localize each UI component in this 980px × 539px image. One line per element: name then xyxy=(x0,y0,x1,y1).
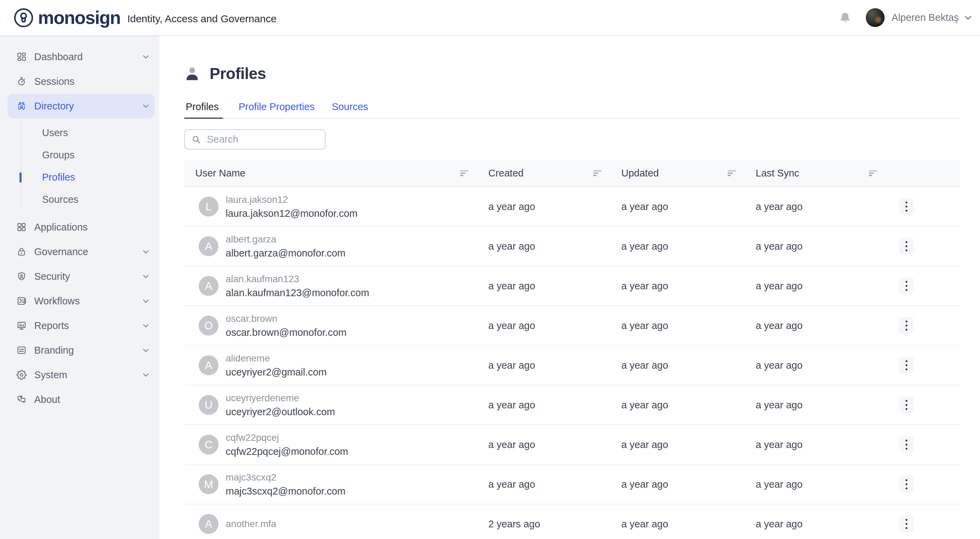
updated-cell: a year ago xyxy=(621,280,756,292)
sort-icon[interactable] xyxy=(460,168,469,179)
email-text: oscar.brown@monofor.com xyxy=(226,326,346,339)
actions-cell xyxy=(897,317,960,334)
sidebar-item-workflows[interactable]: Workflows xyxy=(8,289,154,313)
email-text: laura.jakson12@monofor.com xyxy=(226,207,358,220)
app-tagline: Identity, Access and Governance xyxy=(127,13,276,25)
profiles-table: User NameCreatedUpdatedLast Sync Llaura.… xyxy=(184,160,960,539)
tab-profiles[interactable]: Profiles xyxy=(184,95,223,118)
last-sync-cell: a year ago xyxy=(756,399,897,411)
table-header: User NameCreatedUpdatedLast Sync xyxy=(184,160,960,187)
sidebar-item-applications[interactable]: Applications xyxy=(8,215,154,239)
user-cell: Mmajc3scxq2majc3scxq2@monofor.com xyxy=(184,471,488,498)
dashboard-grid-icon xyxy=(16,52,27,62)
people-icon xyxy=(16,101,27,111)
stopwatch-icon xyxy=(16,76,27,86)
chevron-down-icon xyxy=(141,247,150,256)
sidebar-item-governance[interactable]: Governance xyxy=(8,239,154,264)
row-actions-kebab-button[interactable] xyxy=(899,396,914,413)
search-box xyxy=(184,129,326,149)
sidebar-subitem-sources[interactable]: Sources xyxy=(0,188,159,211)
row-avatar: O xyxy=(199,316,218,335)
last-sync-cell: a year ago xyxy=(756,479,897,490)
sort-icon[interactable] xyxy=(728,168,737,179)
sidebar-subitem-profiles[interactable]: Profiles xyxy=(0,166,159,188)
chevron-down-icon xyxy=(141,272,150,281)
user-info: alan.kaufman123alan.kaufman123@monofor.c… xyxy=(226,272,369,300)
row-actions-kebab-button[interactable] xyxy=(899,476,914,493)
column-header-updated: Updated xyxy=(621,168,756,179)
chevron-down-icon xyxy=(141,321,150,331)
monosign-logo-icon xyxy=(14,8,33,28)
sliders-icon xyxy=(16,345,27,355)
username-text: cqfw22pqcej xyxy=(226,431,348,445)
updated-cell: a year ago xyxy=(621,360,756,371)
row-actions-kebab-button[interactable] xyxy=(899,436,914,453)
user-info: oscar.brownoscar.brown@monofor.com xyxy=(226,312,346,339)
sidebar-item-label: About xyxy=(34,394,60,405)
user-info: cqfw22pqcejcqfw22pqcej@monofor.com xyxy=(226,431,348,458)
created-cell: a year ago xyxy=(488,439,621,450)
chevron-down-icon xyxy=(141,346,150,355)
sidebar-item-branding[interactable]: Branding xyxy=(8,338,154,363)
sidebar-item-security[interactable]: Security xyxy=(8,264,154,289)
sidebar-item-sessions[interactable]: Sessions xyxy=(8,69,154,94)
user-info: albert.garzaalbert.garza@monofor.com xyxy=(226,232,345,260)
tabs: ProfilesProfile PropertiesSources xyxy=(184,95,960,119)
notification-bell-icon[interactable] xyxy=(839,11,851,25)
sidebar-item-label: Branding xyxy=(34,345,74,356)
tab-profile-properties[interactable]: Profile Properties xyxy=(237,95,316,118)
page-title: Profiles xyxy=(210,64,266,83)
last-sync-cell: a year ago xyxy=(756,360,897,371)
user-name[interactable]: Alperen Bektaş xyxy=(891,12,959,23)
table-row: Ooscar.brownoscar.brown@monofor.coma yea… xyxy=(184,306,960,346)
sort-icon[interactable] xyxy=(593,168,602,179)
user-menu-chevron-icon[interactable] xyxy=(963,13,973,23)
actions-cell xyxy=(897,515,960,533)
username-text: laura.jakson12 xyxy=(226,193,358,207)
created-cell: a year ago xyxy=(488,201,621,212)
actions-cell xyxy=(897,436,960,453)
sidebar-item-label: System xyxy=(34,369,67,381)
actions-cell xyxy=(897,476,960,493)
updated-cell: a year ago xyxy=(621,201,756,212)
sidebar-item-directory[interactable]: Directory xyxy=(8,94,154,118)
username-text: oscar.brown xyxy=(226,312,346,326)
sidebar-item-system[interactable]: System xyxy=(8,363,154,387)
row-actions-kebab-button[interactable] xyxy=(899,357,914,374)
search-input[interactable] xyxy=(207,134,336,145)
user-avatar[interactable] xyxy=(866,8,885,27)
last-sync-cell: a year ago xyxy=(756,201,897,212)
tab-sources[interactable]: Sources xyxy=(330,95,369,118)
sidebar-subitem-groups[interactable]: Groups xyxy=(0,144,159,166)
user-cell: Ooscar.brownoscar.brown@monofor.com xyxy=(184,312,488,339)
user-info: laura.jakson12laura.jakson12@monofor.com xyxy=(226,193,358,220)
shield-person-icon xyxy=(16,271,27,281)
row-actions-kebab-button[interactable] xyxy=(899,515,914,533)
row-actions-kebab-button[interactable] xyxy=(899,238,914,255)
sort-icon[interactable] xyxy=(869,168,878,179)
user-cell: Ccqfw22pqcejcqfw22pqcej@monofor.com xyxy=(184,431,488,458)
username-text: alideneme xyxy=(226,351,326,365)
sidebar-item-about[interactable]: About xyxy=(8,387,154,412)
chat-help-icon xyxy=(16,394,27,405)
updated-cell: a year ago xyxy=(621,241,756,252)
row-actions-kebab-button[interactable] xyxy=(899,317,914,334)
updated-cell: a year ago xyxy=(621,439,756,450)
sidebar-subitem-users[interactable]: Users xyxy=(0,122,159,144)
sidebar-item-reports[interactable]: Reports xyxy=(8,313,154,338)
gear-icon xyxy=(16,370,27,380)
email-text: uceyriyer2@gmail.com xyxy=(226,365,326,379)
column-header-user-name: User Name xyxy=(184,168,488,179)
sidebar-item-label: Directory xyxy=(34,100,74,112)
apps-grid-icon xyxy=(16,222,27,232)
user-cell: Aalbert.garzaalbert.garza@monofor.com xyxy=(184,232,488,260)
row-actions-kebab-button[interactable] xyxy=(899,277,914,294)
username-text: albert.garza xyxy=(226,232,345,246)
row-avatar: A xyxy=(199,276,218,296)
sidebar-item-dashboard[interactable]: Dashboard xyxy=(8,45,154,69)
username-text: uceyriyerdeneme xyxy=(226,391,335,405)
sidebar-item-label: Sessions xyxy=(34,76,75,87)
row-actions-kebab-button[interactable] xyxy=(899,198,914,215)
user-cell: Aanother.mfa xyxy=(184,514,488,534)
page-title-row: Profiles xyxy=(184,64,960,83)
